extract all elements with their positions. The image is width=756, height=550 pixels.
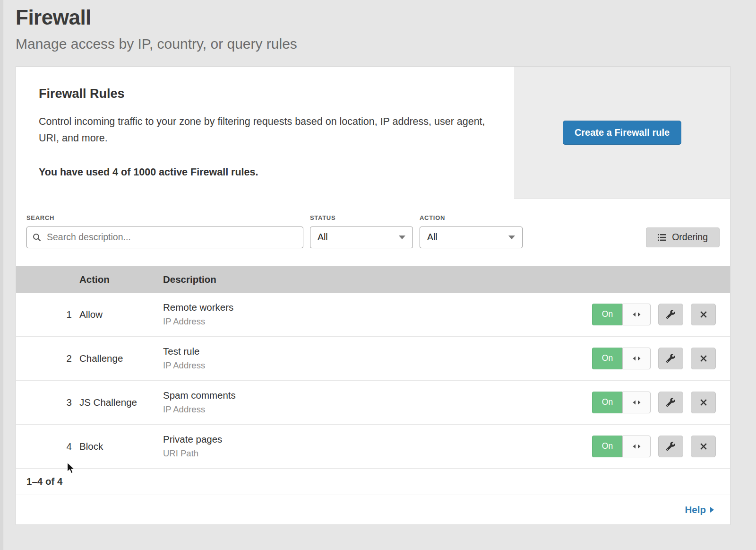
close-icon bbox=[700, 355, 707, 362]
rule-action: Allow bbox=[79, 309, 163, 320]
wrench-icon bbox=[666, 398, 675, 407]
search-input[interactable] bbox=[26, 227, 303, 248]
rule-enabled-toggle[interactable]: On bbox=[592, 392, 651, 413]
rule-description: Test rule IP Address bbox=[163, 346, 591, 371]
rule-description: Spam comments IP Address bbox=[163, 390, 591, 415]
rule-description-title: Remote workers bbox=[163, 302, 591, 313]
rule-match-type: URI Path bbox=[163, 448, 591, 459]
edit-rule-button[interactable] bbox=[658, 304, 683, 325]
table-row: 4 Block Private pages URI Path On bbox=[16, 425, 730, 469]
column-header-action: Action bbox=[79, 274, 163, 285]
close-icon bbox=[700, 399, 707, 406]
toggle-on-label: On bbox=[592, 348, 622, 369]
firewall-rules-intro: Firewall Rules Control incoming traffic … bbox=[16, 67, 514, 199]
rule-description-title: Test rule bbox=[163, 346, 591, 357]
chevron-down-icon bbox=[508, 236, 515, 239]
action-select-value: All bbox=[427, 232, 438, 243]
toggle-drag-handle[interactable] bbox=[622, 304, 651, 325]
rule-match-type: IP Address bbox=[163, 316, 591, 327]
rule-priority: 2 bbox=[16, 353, 79, 364]
pagination-status: 1–4 of 4 bbox=[16, 469, 730, 495]
rule-enabled-toggle[interactable]: On bbox=[592, 348, 651, 369]
rule-action: Block bbox=[79, 441, 163, 452]
table-row: 2 Challenge Test rule IP Address On bbox=[16, 337, 730, 381]
cta-panel: Create a Firewall rule bbox=[514, 67, 730, 199]
rule-description-title: Spam comments bbox=[163, 390, 591, 401]
help-row: Help bbox=[16, 495, 730, 524]
section-title: Firewall Rules bbox=[39, 87, 491, 101]
table-header-row: Action Description bbox=[16, 266, 730, 293]
help-link-label: Help bbox=[685, 504, 706, 515]
close-icon bbox=[700, 443, 707, 450]
edit-rule-button[interactable] bbox=[658, 436, 683, 457]
rule-match-type: IP Address bbox=[163, 360, 591, 371]
rule-description: Private pages URI Path bbox=[163, 434, 591, 459]
edit-rule-button[interactable] bbox=[658, 348, 683, 369]
rule-priority: 4 bbox=[16, 441, 79, 452]
chevron-down-icon bbox=[399, 236, 405, 239]
rules-usage-text: You have used 4 of 1000 active Firewall … bbox=[39, 166, 491, 178]
rule-action: JS Challenge bbox=[79, 397, 163, 408]
page-header: Firewall Manage access by IP, country, o… bbox=[0, 0, 756, 52]
toggle-arrows-icon bbox=[633, 356, 641, 361]
rule-match-type: IP Address bbox=[163, 404, 591, 415]
page-subtitle: Manage access by IP, country, or query r… bbox=[16, 36, 730, 52]
column-header-description: Description bbox=[163, 274, 591, 285]
wrench-icon bbox=[666, 354, 675, 363]
delete-rule-button[interactable] bbox=[691, 392, 716, 413]
toggle-arrows-icon bbox=[633, 444, 641, 449]
delete-rule-button[interactable] bbox=[691, 304, 716, 325]
search-label: SEARCH bbox=[26, 214, 303, 221]
create-firewall-rule-button[interactable]: Create a Firewall rule bbox=[563, 121, 681, 145]
page-title: Firewall bbox=[16, 6, 730, 29]
ordering-button-label: Ordering bbox=[672, 232, 708, 243]
toggle-arrows-icon bbox=[633, 312, 641, 317]
edit-rule-button[interactable] bbox=[658, 392, 683, 413]
table-row: 1 Allow Remote workers IP Address On bbox=[16, 293, 730, 337]
delete-rule-button[interactable] bbox=[691, 348, 716, 369]
rule-priority: 1 bbox=[16, 309, 79, 320]
rule-description-title: Private pages bbox=[163, 434, 591, 445]
rule-priority: 3 bbox=[16, 397, 79, 408]
toggle-drag-handle[interactable] bbox=[622, 436, 651, 457]
rule-enabled-toggle[interactable]: On bbox=[592, 436, 651, 457]
wrench-icon bbox=[666, 310, 675, 319]
action-select[interactable]: All bbox=[420, 227, 523, 248]
toggle-drag-handle[interactable] bbox=[622, 392, 651, 413]
status-select-value: All bbox=[318, 232, 328, 243]
wrench-icon bbox=[666, 442, 675, 451]
card-top-section: Firewall Rules Control incoming traffic … bbox=[16, 67, 730, 199]
firewall-card: Firewall Rules Control incoming traffic … bbox=[16, 66, 730, 525]
toggle-on-label: On bbox=[592, 304, 622, 325]
ordering-list-icon bbox=[658, 234, 666, 241]
help-link[interactable]: Help bbox=[685, 504, 714, 515]
toggle-on-label: On bbox=[592, 392, 622, 413]
rule-enabled-toggle[interactable]: On bbox=[592, 304, 651, 325]
action-label: ACTION bbox=[420, 214, 523, 221]
help-arrow-icon bbox=[710, 507, 714, 513]
status-label: STATUS bbox=[310, 214, 413, 221]
ordering-button[interactable]: Ordering bbox=[646, 227, 720, 247]
toggle-drag-handle[interactable] bbox=[622, 348, 651, 369]
toggle-arrows-icon bbox=[633, 400, 641, 405]
close-icon bbox=[700, 311, 707, 318]
table-row: 3 JS Challenge Spam comments IP Address … bbox=[16, 381, 730, 425]
rule-description: Remote workers IP Address bbox=[163, 302, 591, 327]
section-description: Control incoming traffic to your zone by… bbox=[39, 113, 488, 147]
rule-action: Challenge bbox=[79, 353, 163, 364]
delete-rule-button[interactable] bbox=[691, 436, 716, 457]
search-icon bbox=[33, 233, 41, 242]
filter-bar: SEARCH STATUS All ACTION All Ordering bbox=[16, 199, 730, 266]
status-select[interactable]: All bbox=[310, 227, 413, 248]
toggle-on-label: On bbox=[592, 436, 622, 457]
